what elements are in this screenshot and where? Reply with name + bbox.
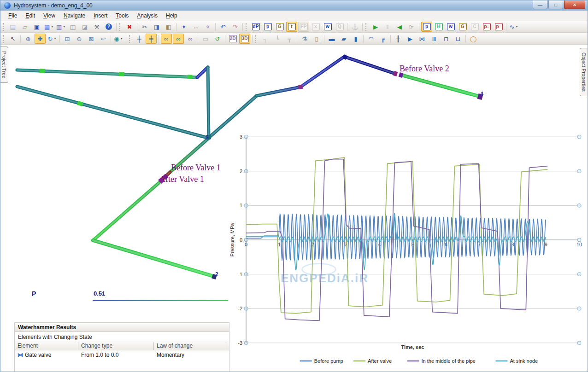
gridline-end-marker	[577, 238, 581, 242]
menu-insert[interactable]: Insert	[89, 11, 112, 20]
tab-object-properties[interactable]: Object Properties	[580, 48, 588, 96]
column-header-law-of-change[interactable]: Law of change	[154, 342, 226, 350]
x-result-button-icon: x	[312, 23, 320, 30]
pause-animation-button[interactable]: ‖	[382, 22, 393, 32]
menu-analysis[interactable]: Analysis	[133, 11, 162, 20]
insert-orifice-button[interactable]: Ⅲ	[429, 34, 440, 44]
insert-flanged-pipe-button[interactable]: ▮	[350, 34, 361, 44]
anchor-button[interactable]: ⚓	[349, 22, 360, 32]
insert-bend-button[interactable]: ┐	[260, 34, 271, 44]
redo-button[interactable]: ↷	[229, 22, 241, 32]
insert-flange-button[interactable]: ╂	[393, 34, 404, 44]
table-row[interactable]: ⋈Gate valveFrom 1.0 to 0.0Momentary	[15, 350, 229, 360]
chart-button[interactable]: ∿▼	[508, 22, 519, 32]
zoom-window-button[interactable]: ⊡	[62, 34, 73, 44]
view-3d-button[interactable]: 3D	[239, 34, 250, 44]
menu-help[interactable]: Help	[162, 11, 182, 20]
probe-button[interactable]: ☞	[406, 22, 417, 32]
tube-button[interactable]: ▯	[311, 34, 322, 44]
cut-button[interactable]: ✂	[139, 22, 150, 32]
pressure-min-button[interactable]: p↓	[481, 22, 492, 32]
insert-pump-button[interactable]: ⊔	[453, 34, 464, 44]
refresh-button[interactable]: ↺	[212, 34, 223, 44]
select-button[interactable]: ↖	[7, 34, 18, 44]
menu-navigate[interactable]: Navigate	[59, 11, 89, 20]
view-results-select-button[interactable]: ∞	[185, 34, 196, 44]
y-tick-label: 2	[240, 169, 242, 174]
insert-pipe-button[interactable]: ▬	[326, 34, 337, 44]
pan-button[interactable]: ✚	[35, 34, 46, 44]
undo-button[interactable]: ↶	[218, 22, 229, 32]
insert-tee-button[interactable]: ┳	[284, 34, 295, 44]
save-button[interactable]: ▣	[31, 22, 42, 32]
insert-valve-button[interactable]: ⋈	[417, 34, 428, 44]
column-header-element[interactable]: Element	[15, 342, 78, 350]
open-project-button[interactable]: ▱	[19, 22, 30, 32]
stretch-button-icon: ↔	[193, 24, 199, 30]
new-document-button[interactable]: ▤	[7, 22, 18, 32]
wh-pressure-button[interactable]: p	[421, 22, 432, 32]
insert-level-button[interactable]: ⊓	[441, 34, 452, 44]
velocity-result-button[interactable]: w	[322, 22, 333, 32]
temperature-result-button[interactable]: t	[286, 22, 297, 32]
settings-button[interactable]: ⚒	[91, 22, 102, 32]
report-button[interactable]: ▭	[200, 34, 211, 44]
insert-reducer-button[interactable]: ▶	[405, 34, 416, 44]
help-button[interactable]: ?	[103, 22, 114, 32]
column-header-change-type[interactable]: Change type	[78, 342, 154, 350]
insert-elbow-button[interactable]: ◠	[365, 34, 376, 44]
maximize-button[interactable]: □	[548, 0, 563, 9]
minimize-button[interactable]: —	[533, 0, 547, 9]
menu-file[interactable]: File	[4, 11, 21, 20]
print-preview-button[interactable]: ◪	[79, 22, 90, 32]
q-result-button[interactable]: Q	[334, 22, 345, 32]
flask-button[interactable]: ⚗	[299, 34, 310, 44]
calculation-button[interactable]: ▦▼	[43, 22, 54, 32]
toolbar-grip	[3, 35, 5, 43]
flow-result-button-icon: G	[276, 23, 284, 30]
menu-edit[interactable]: Edit	[21, 11, 39, 20]
insert-node-button[interactable]: ✦	[178, 22, 189, 32]
view-results-fill-button[interactable]: ∞	[173, 34, 184, 44]
wh-cavitation-button[interactable]: C	[469, 22, 480, 32]
insert-branch-button[interactable]: ✧	[202, 22, 213, 32]
fp-result-button[interactable]: FP	[298, 22, 309, 32]
wh-velocity-button[interactable]: w	[445, 22, 456, 32]
zoom-extents-button[interactable]: ⊠	[86, 34, 97, 44]
rotate-button[interactable]: ↻▼	[47, 34, 58, 44]
menu-view[interactable]: View	[39, 11, 59, 20]
copy-button[interactable]: ◨	[151, 22, 162, 32]
pressure-max-button[interactable]: p↑	[493, 22, 504, 32]
menu-tools[interactable]: Tools	[112, 11, 133, 20]
render-mode-button[interactable]: ◉▼	[113, 34, 124, 44]
pressure-result-button[interactable]: p	[262, 22, 273, 32]
insert-pump-button-icon: ⊔	[456, 36, 460, 42]
rewind-animation-button[interactable]: ◀	[394, 22, 405, 32]
zoom-dynamic-button[interactable]: ⊕	[23, 34, 34, 44]
insert-miter-button[interactable]: ┏	[377, 34, 388, 44]
insert-ring-button[interactable]: ◯	[468, 34, 479, 44]
stretch-button[interactable]: ↔	[190, 22, 201, 32]
dimensions-grid-button[interactable]: ╪	[146, 34, 157, 44]
flow-result-button[interactable]: G	[274, 22, 285, 32]
view-2d-button[interactable]: 2D	[227, 34, 238, 44]
zoom-previous-button[interactable]: ↩	[98, 34, 109, 44]
tables-button[interactable]: ▥▼	[55, 22, 66, 32]
insert-reducer-button-icon: ▶	[408, 36, 412, 42]
wh-head-button[interactable]: H	[433, 22, 444, 32]
close-button[interactable]: ✕	[564, 0, 585, 9]
panel-subtitle: Elements with Changing State	[15, 332, 229, 342]
wh-flow-button[interactable]: G	[457, 22, 468, 32]
print-button[interactable]: ◫	[67, 22, 78, 32]
dp-result-button[interactable]: dP	[250, 22, 261, 32]
view-results-button[interactable]: ∞	[161, 34, 172, 44]
x-result-button[interactable]: x	[310, 22, 321, 32]
insert-capsule-pipe-button[interactable]: ▰	[338, 34, 349, 44]
tab-project-tree[interactable]: Project Tree	[0, 46, 8, 83]
insert-offset-button[interactable]: ┗	[272, 34, 283, 44]
run-animation-button[interactable]: ▶	[370, 22, 381, 32]
zoom-out-button[interactable]: ⊖	[74, 34, 85, 44]
delete-button[interactable]: ✖	[124, 22, 135, 32]
dimensions-button[interactable]: ┼	[134, 34, 145, 44]
paste-button[interactable]: ◧	[163, 22, 174, 32]
